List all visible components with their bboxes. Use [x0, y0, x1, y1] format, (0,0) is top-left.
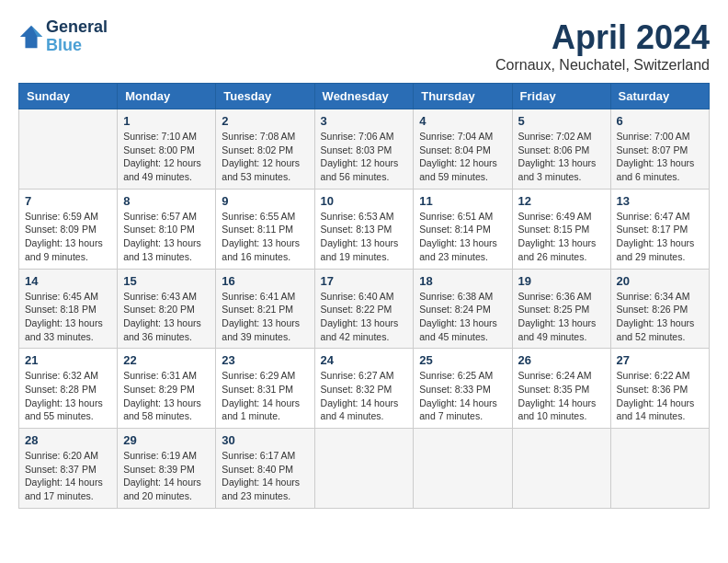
- day-info: Sunrise: 6:51 AMSunset: 8:14 PMDaylight:…: [419, 210, 506, 264]
- day-number: 3: [321, 114, 408, 128]
- cell-4-4: [414, 429, 512, 509]
- day-number: 8: [123, 194, 210, 208]
- day-number: 24: [321, 353, 408, 367]
- cell-3-0: 21 Sunrise: 6:32 AMSunset: 8:28 PMDaylig…: [19, 349, 118, 429]
- cell-1-2: 9 Sunrise: 6:55 AMSunset: 8:11 PMDayligh…: [216, 189, 314, 269]
- day-number: 21: [25, 353, 111, 367]
- cell-0-1: 1 Sunrise: 7:10 AMSunset: 8:00 PMDayligh…: [118, 109, 216, 190]
- day-info: Sunrise: 6:24 AMSunset: 8:35 PMDaylight:…: [518, 369, 605, 423]
- header-monday: Monday: [118, 84, 216, 109]
- logo-line1: General: [46, 18, 108, 37]
- cell-3-6: 27 Sunrise: 6:22 AMSunset: 8:36 PMDaylig…: [610, 349, 709, 429]
- day-number: 2: [222, 114, 308, 128]
- logo: General Blue: [18, 18, 108, 55]
- day-number: 16: [222, 274, 308, 288]
- cell-3-4: 25 Sunrise: 6:25 AMSunset: 8:33 PMDaylig…: [414, 349, 512, 429]
- cell-3-5: 26 Sunrise: 6:24 AMSunset: 8:35 PMDaylig…: [512, 349, 610, 429]
- day-info: Sunrise: 6:34 AMSunset: 8:26 PMDaylight:…: [617, 290, 703, 344]
- calendar-table: Sunday Monday Tuesday Wednesday Thursday…: [18, 83, 710, 509]
- month-title: April 2024: [495, 18, 710, 57]
- cell-1-6: 13 Sunrise: 6:47 AMSunset: 8:17 PMDaylig…: [610, 189, 709, 269]
- cell-4-1: 29 Sunrise: 6:19 AMSunset: 8:39 PMDaylig…: [118, 429, 216, 509]
- day-number: 14: [25, 274, 111, 288]
- logo-line2: Blue: [46, 37, 108, 55]
- day-info: Sunrise: 6:47 AMSunset: 8:17 PMDaylight:…: [617, 210, 703, 264]
- day-number: 17: [321, 274, 408, 288]
- week-row-1: 7 Sunrise: 6:59 AMSunset: 8:09 PMDayligh…: [19, 189, 710, 269]
- day-info: Sunrise: 7:10 AMSunset: 8:00 PMDaylight:…: [123, 130, 210, 184]
- cell-2-6: 20 Sunrise: 6:34 AMSunset: 8:26 PMDaylig…: [610, 269, 709, 349]
- header-wednesday: Wednesday: [314, 84, 414, 109]
- day-info: Sunrise: 6:27 AMSunset: 8:32 PMDaylight:…: [321, 369, 408, 423]
- cell-3-3: 24 Sunrise: 6:27 AMSunset: 8:32 PMDaylig…: [314, 349, 414, 429]
- cell-0-5: 5 Sunrise: 7:02 AMSunset: 8:06 PMDayligh…: [512, 109, 610, 190]
- day-number: 4: [419, 114, 506, 128]
- day-number: 12: [518, 194, 605, 208]
- day-number: 1: [123, 114, 210, 128]
- day-info: Sunrise: 6:55 AMSunset: 8:11 PMDaylight:…: [222, 210, 308, 264]
- cell-0-2: 2 Sunrise: 7:08 AMSunset: 8:02 PMDayligh…: [216, 109, 314, 190]
- day-info: Sunrise: 6:29 AMSunset: 8:31 PMDaylight:…: [222, 369, 308, 423]
- day-info: Sunrise: 6:53 AMSunset: 8:13 PMDaylight:…: [321, 210, 408, 264]
- day-number: 6: [617, 114, 703, 128]
- day-info: Sunrise: 6:25 AMSunset: 8:33 PMDaylight:…: [419, 369, 506, 423]
- header-sunday: Sunday: [19, 84, 118, 109]
- cell-0-3: 3 Sunrise: 7:06 AMSunset: 8:03 PMDayligh…: [314, 109, 414, 190]
- day-number: 27: [617, 353, 703, 367]
- day-info: Sunrise: 7:04 AMSunset: 8:04 PMDaylight:…: [419, 130, 506, 184]
- day-info: Sunrise: 6:31 AMSunset: 8:29 PMDaylight:…: [123, 369, 210, 423]
- cell-1-0: 7 Sunrise: 6:59 AMSunset: 8:09 PMDayligh…: [19, 189, 118, 269]
- day-info: Sunrise: 7:00 AMSunset: 8:07 PMDaylight:…: [617, 130, 703, 184]
- cell-4-2: 30 Sunrise: 6:17 AMSunset: 8:40 PMDaylig…: [216, 429, 314, 509]
- day-number: 18: [419, 274, 506, 288]
- week-row-2: 14 Sunrise: 6:45 AMSunset: 8:18 PMDaylig…: [19, 269, 710, 349]
- logo-text: General Blue: [46, 18, 108, 55]
- header-thursday: Thursday: [414, 84, 512, 109]
- cell-2-0: 14 Sunrise: 6:45 AMSunset: 8:18 PMDaylig…: [19, 269, 118, 349]
- cell-3-1: 22 Sunrise: 6:31 AMSunset: 8:29 PMDaylig…: [118, 349, 216, 429]
- week-row-0: 1 Sunrise: 7:10 AMSunset: 8:00 PMDayligh…: [19, 109, 710, 190]
- day-number: 13: [617, 194, 703, 208]
- day-info: Sunrise: 6:32 AMSunset: 8:28 PMDaylight:…: [25, 369, 111, 423]
- day-info: Sunrise: 7:08 AMSunset: 8:02 PMDaylight:…: [222, 130, 308, 184]
- day-number: 23: [222, 353, 308, 367]
- day-info: Sunrise: 6:59 AMSunset: 8:09 PMDaylight:…: [25, 210, 111, 264]
- cell-2-1: 15 Sunrise: 6:43 AMSunset: 8:20 PMDaylig…: [118, 269, 216, 349]
- day-info: Sunrise: 6:49 AMSunset: 8:15 PMDaylight:…: [518, 210, 605, 264]
- day-info: Sunrise: 6:40 AMSunset: 8:22 PMDaylight:…: [321, 290, 408, 344]
- day-info: Sunrise: 7:06 AMSunset: 8:03 PMDaylight:…: [321, 130, 408, 184]
- day-info: Sunrise: 6:38 AMSunset: 8:24 PMDaylight:…: [419, 290, 506, 344]
- day-info: Sunrise: 6:36 AMSunset: 8:25 PMDaylight:…: [518, 290, 605, 344]
- day-number: 15: [123, 274, 210, 288]
- header-saturday: Saturday: [610, 84, 709, 109]
- cell-1-1: 8 Sunrise: 6:57 AMSunset: 8:10 PMDayligh…: [118, 189, 216, 269]
- logo-icon: [18, 24, 44, 50]
- day-number: 11: [419, 194, 506, 208]
- cell-1-5: 12 Sunrise: 6:49 AMSunset: 8:15 PMDaylig…: [512, 189, 610, 269]
- day-info: Sunrise: 7:02 AMSunset: 8:06 PMDaylight:…: [518, 130, 605, 184]
- title-area: April 2024 Cornaux, Neuchatel, Switzerla…: [495, 18, 710, 74]
- day-number: 29: [123, 433, 210, 447]
- calendar-header-row: Sunday Monday Tuesday Wednesday Thursday…: [19, 84, 710, 109]
- location: Cornaux, Neuchatel, Switzerland: [495, 57, 710, 74]
- day-number: 9: [222, 194, 308, 208]
- cell-2-2: 16 Sunrise: 6:41 AMSunset: 8:21 PMDaylig…: [216, 269, 314, 349]
- cell-0-4: 4 Sunrise: 7:04 AMSunset: 8:04 PMDayligh…: [414, 109, 512, 190]
- header-tuesday: Tuesday: [216, 84, 314, 109]
- day-number: 7: [25, 194, 111, 208]
- cell-4-0: 28 Sunrise: 6:20 AMSunset: 8:37 PMDaylig…: [19, 429, 118, 509]
- day-number: 10: [321, 194, 408, 208]
- day-info: Sunrise: 6:43 AMSunset: 8:20 PMDaylight:…: [123, 290, 210, 344]
- day-number: 30: [222, 433, 308, 447]
- cell-1-3: 10 Sunrise: 6:53 AMSunset: 8:13 PMDaylig…: [314, 189, 414, 269]
- cell-0-6: 6 Sunrise: 7:00 AMSunset: 8:07 PMDayligh…: [610, 109, 709, 190]
- day-info: Sunrise: 6:41 AMSunset: 8:21 PMDaylight:…: [222, 290, 308, 344]
- header-friday: Friday: [512, 84, 610, 109]
- day-number: 28: [25, 433, 111, 447]
- cell-4-6: [610, 429, 709, 509]
- cell-2-4: 18 Sunrise: 6:38 AMSunset: 8:24 PMDaylig…: [414, 269, 512, 349]
- cell-3-2: 23 Sunrise: 6:29 AMSunset: 8:31 PMDaylig…: [216, 349, 314, 429]
- cell-4-5: [512, 429, 610, 509]
- day-info: Sunrise: 6:57 AMSunset: 8:10 PMDaylight:…: [123, 210, 210, 264]
- day-number: 22: [123, 353, 210, 367]
